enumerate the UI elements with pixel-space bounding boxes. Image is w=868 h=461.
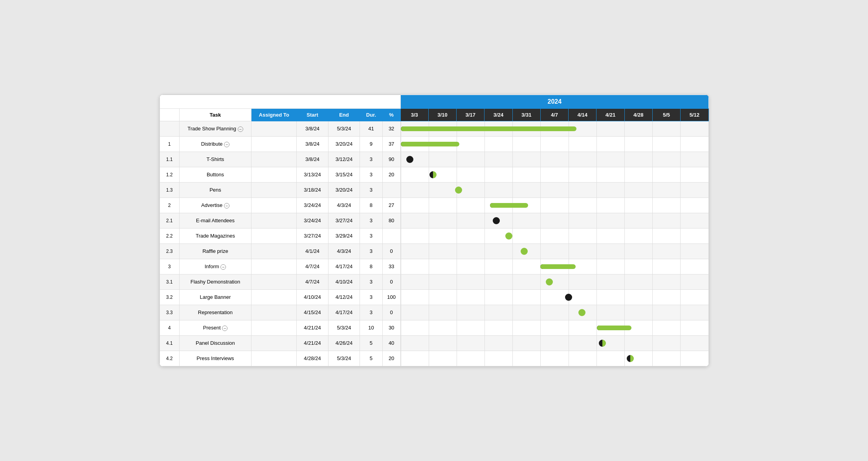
row-task: Panel Discussion [179,335,251,351]
row-dur: 5 [360,335,382,351]
start-col-header: Start [297,108,328,121]
row-dur: 3 [360,274,382,289]
gantt-bar-cell [400,228,708,243]
row-id: 1.3 [160,182,179,198]
date-col-10: 5/12 [681,108,708,121]
row-task: Raffle prize [179,243,251,259]
date-col-8: 4/28 [624,108,652,121]
row-dur: 3 [360,243,382,259]
row-percent: 20 [382,167,400,182]
date-col-4: 3/31 [512,108,540,121]
row-percent: 90 [382,152,400,167]
row-assigned [251,213,297,228]
row-assigned [251,243,297,259]
row-start: 3/8/24 [297,152,328,167]
row-end: 5/3/24 [328,351,360,366]
row-percent: 0 [382,274,400,289]
pct-col-header: % [382,108,400,121]
row-start: 3/27/24 [297,228,328,243]
row-id: 1.1 [160,152,179,167]
date-col-9: 5/5 [652,108,680,121]
task-col-header: Task [179,108,251,121]
row-id: 2.3 [160,243,179,259]
gantt-bar-cell [400,121,708,136]
row-dur: 5 [360,351,382,366]
row-id: 2.1 [160,213,179,228]
table-row: 3.3Representation4/15/244/17/2430 [160,305,708,320]
row-id [160,121,179,136]
gantt-bar-cell [400,152,708,167]
row-start: 4/28/24 [297,351,328,366]
gantt-bar-cell [400,274,708,289]
gantt-bar-cell [400,335,708,351]
row-dur: 8 [360,259,382,274]
row-task: Advertise − [179,198,251,213]
row-task: Present − [179,320,251,335]
row-task: Trade Magazines [179,228,251,243]
row-end: 3/12/24 [328,152,360,167]
row-assigned [251,320,297,335]
row-task: Large Banner [179,289,251,305]
gantt-bar-cell [400,167,708,182]
row-end: 4/10/24 [328,274,360,289]
row-id: 3.2 [160,289,179,305]
year-row: 2024 [160,95,708,109]
table-row: 1.3Pens3/18/243/20/243 [160,182,708,198]
row-percent: 37 [382,136,400,152]
row-dur: 3 [360,182,382,198]
row-assigned [251,167,297,182]
gantt-bar-cell [400,305,708,320]
row-end: 4/17/24 [328,259,360,274]
table-row: 4Present −4/21/245/3/241030 [160,320,708,335]
row-start: 4/10/24 [297,289,328,305]
row-percent: 32 [382,121,400,136]
row-id: 4.1 [160,335,179,351]
row-task: Representation [179,305,251,320]
table-row: 2Advertise −3/24/244/3/24827 [160,198,708,213]
row-percent: 80 [382,213,400,228]
row-task: Press Interviews [179,351,251,366]
gantt-bar-cell [400,136,708,152]
row-dur: 3 [360,289,382,305]
row-start: 4/7/24 [297,259,328,274]
assigned-col-header: Assigned To [251,108,297,121]
dur-col-header: Dur. [360,108,382,121]
row-task: Buttons [179,167,251,182]
row-assigned [251,274,297,289]
row-percent: 100 [382,289,400,305]
row-end: 3/29/24 [328,228,360,243]
table-row: 3.2Large Banner4/10/244/12/243100 [160,289,708,305]
row-task: Pens [179,182,251,198]
row-start: 4/15/24 [297,305,328,320]
row-end: 5/3/24 [328,320,360,335]
row-percent: 40 [382,335,400,351]
row-task: Flashy Demonstration [179,274,251,289]
table-row: 1.2Buttons3/13/243/15/24320 [160,167,708,182]
row-end: 4/3/24 [328,198,360,213]
table-row: 2.3Raffle prize4/1/244/3/2430 [160,243,708,259]
row-task: Distribute − [179,136,251,152]
row-start: 4/21/24 [297,320,328,335]
gantt-bar-cell [400,182,708,198]
row-id: 3.3 [160,305,179,320]
row-assigned [251,305,297,320]
row-percent: 0 [382,243,400,259]
row-assigned [251,351,297,366]
row-id: 4 [160,320,179,335]
row-end: 3/15/24 [328,167,360,182]
row-dur: 3 [360,228,382,243]
row-assigned [251,198,297,213]
row-start: 3/8/24 [297,136,328,152]
row-id: 2.2 [160,228,179,243]
row-end: 4/26/24 [328,335,360,351]
row-end: 5/3/24 [328,121,360,136]
row-start: 4/1/24 [297,243,328,259]
row-assigned [251,259,297,274]
row-task: Trade Show Planning − [179,121,251,136]
row-id: 3 [160,259,179,274]
table-row: 4.1Panel Discussion4/21/244/26/24540 [160,335,708,351]
row-dur: 3 [360,213,382,228]
row-dur: 41 [360,121,382,136]
row-task: Inform − [179,259,251,274]
row-percent: 20 [382,351,400,366]
